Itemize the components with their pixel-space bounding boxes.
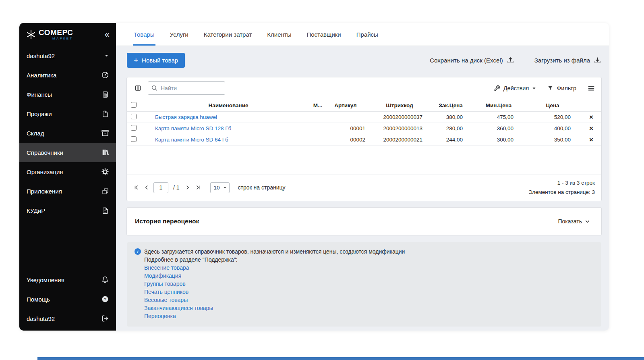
next-page-button[interactable] <box>184 184 191 191</box>
upload-icon <box>507 56 514 64</box>
delete-row-button[interactable]: × <box>589 114 593 121</box>
info-link-running-out-products[interactable]: Заканчивающиеся товары <box>144 304 213 312</box>
sidebar-logo-row: СОМЕРС МАРКЕТ « <box>19 23 116 46</box>
sidebar-collapse-button[interactable]: « <box>105 30 110 39</box>
column-header-modification[interactable]: М... <box>310 99 326 112</box>
columns-settings-button[interactable] <box>132 82 144 94</box>
sidebar-item-label: Организация <box>27 169 63 175</box>
show-history-button[interactable]: Показать <box>558 218 590 225</box>
info-link-add-product[interactable]: Внесение товара <box>144 264 189 272</box>
row-checkbox[interactable] <box>131 125 137 131</box>
cell-barcode: 2000200000013 <box>371 123 428 134</box>
info-link-modification[interactable]: Модификация <box>144 272 181 280</box>
sidebar-item-organization[interactable]: Организация <box>19 162 116 181</box>
actions-dropdown-button[interactable]: Действия <box>494 85 536 92</box>
previous-page-button[interactable] <box>143 184 150 191</box>
cell-purchase-price: 244,00 <box>428 134 473 146</box>
first-page-button[interactable] <box>133 184 140 191</box>
cell-article: 00001 <box>326 123 371 134</box>
gauge-icon <box>101 71 109 79</box>
apps-icon <box>102 188 109 195</box>
rows-per-page-select[interactable]: 10 <box>210 182 230 193</box>
sidebar-item-warehouse[interactable]: Склад <box>19 123 116 143</box>
background-window-edge <box>37 357 644 360</box>
save-excel-button[interactable]: Сохранить на диск (Excel) <box>430 56 514 64</box>
sidebar-item-label: Аналитика <box>27 72 56 79</box>
pagination-controls: / 1 10 строк на ст <box>133 182 286 193</box>
column-header-min-price[interactable]: Мин.Цена <box>473 99 524 112</box>
table-row: Быстрая зарядка huawei 2000200000037 380… <box>127 112 601 123</box>
info-link-weighted-products[interactable]: Весовые товары <box>144 296 188 304</box>
product-name-link[interactable]: Карта памяти Micro SD 64 Гб <box>147 134 310 146</box>
question-icon: ? <box>101 295 109 303</box>
sidebar-item-help[interactable]: Помощь ? <box>19 289 116 309</box>
bell-icon <box>101 276 109 283</box>
sidebar-item-logout[interactable]: dashuta92 <box>19 309 116 328</box>
logo: СОМЕРС МАРКЕТ <box>26 29 73 40</box>
cell-modification <box>310 112 326 123</box>
table-empty-space <box>127 146 601 175</box>
select-all-checkbox[interactable] <box>131 102 137 108</box>
load-from-file-label: Загрузить из файла <box>534 57 590 64</box>
last-page-button[interactable] <box>195 184 201 191</box>
product-name-link[interactable]: Быстрая зарядка huawei <box>147 112 310 123</box>
sidebar-item-label: Склад <box>27 130 44 137</box>
tab-kategorii-zatrat[interactable]: Категории затрат <box>204 23 252 46</box>
books-icon <box>101 149 109 156</box>
content: + Новый товар Сохранить на диск (Excel) … <box>116 46 609 331</box>
info-link-revaluation[interactable]: Переоценка <box>144 312 176 320</box>
cell-barcode: 2000200000021 <box>371 134 428 146</box>
load-from-file-button[interactable]: Загрузить из файла <box>534 56 601 64</box>
row-checkbox[interactable] <box>131 114 137 119</box>
info-body: Подробнее в разделе "Поддержка": Внесени… <box>144 256 593 320</box>
tab-tovary[interactable]: Товары <box>134 23 155 46</box>
info-link-product-groups[interactable]: Группы товаров <box>144 280 186 288</box>
row-checkbox[interactable] <box>131 136 137 142</box>
column-header-barcode[interactable]: Штрихкод <box>371 99 428 112</box>
rows-per-page-value: 10 <box>214 185 220 191</box>
table-row: Карта памяти Micro SD 128 Гб 00001 20002… <box>127 123 601 134</box>
product-name-link[interactable]: Карта памяти Micro SD 128 Гб <box>147 123 310 134</box>
filter-label: Фильтр <box>557 85 576 92</box>
table-toolbar-right: Действия Фильтр <box>494 85 595 92</box>
caret-down-icon <box>223 186 227 189</box>
tab-klienty[interactable]: Клиенты <box>267 23 291 46</box>
filter-button[interactable]: Фильтр <box>547 85 576 92</box>
column-header-article[interactable]: Артикул <box>326 99 371 112</box>
download-icon <box>594 56 601 64</box>
sidebar-item-finances[interactable]: Финансы <box>19 85 116 104</box>
funnel-icon <box>547 85 553 91</box>
sidebar-item-kudir[interactable]: КУДиР <box>19 201 116 220</box>
sidebar-item-applications[interactable]: Приложения <box>19 181 116 201</box>
sidebar-user-menu[interactable]: dashuta92 <box>19 46 116 65</box>
chevron-down-icon <box>104 54 109 58</box>
search-input[interactable] <box>148 81 225 95</box>
table-menu-button[interactable] <box>588 85 595 92</box>
column-header-name[interactable]: Наименование <box>147 99 310 112</box>
cell-price: 400,00 <box>524 123 581 134</box>
sidebar-item-analytics[interactable]: Аналитика <box>19 65 116 85</box>
sidebar-item-label: Помощь <box>27 296 50 303</box>
sidebar-item-notifications[interactable]: Уведомления <box>19 270 116 289</box>
wrench-icon <box>494 85 500 92</box>
sidebar-item-sales[interactable]: Продажи <box>19 104 116 123</box>
tab-postavshchiki[interactable]: Поставщики <box>306 23 341 46</box>
page-total-label: / 1 <box>173 184 180 191</box>
top-actions: Сохранить на диск (Excel) Загрузить из ф… <box>430 56 601 64</box>
page-number-input[interactable] <box>153 182 168 193</box>
sidebar-menu: dashuta92 Аналитика Финансы Продажи <box>19 46 116 220</box>
column-header-purchase-price[interactable]: Зак.Цена <box>428 99 473 112</box>
info-link-price-tags[interactable]: Печать ценников <box>144 288 188 296</box>
rows-range-label: 1 - 3 из 3 строк <box>528 178 595 187</box>
new-product-button[interactable]: + Новый товар <box>127 53 185 68</box>
sidebar-item-directories[interactable]: Справочники <box>19 143 116 162</box>
revaluation-history-card: История переоценок Показать <box>127 208 601 235</box>
delete-row-button[interactable]: × <box>589 136 593 143</box>
delete-row-button[interactable]: × <box>589 125 593 132</box>
tab-uslugi[interactable]: Услуги <box>170 23 188 46</box>
column-header-price[interactable]: Цена <box>524 99 581 112</box>
document-icon <box>102 110 109 117</box>
cell-min-price: 360,00 <box>473 123 524 134</box>
sidebar: СОМЕРС МАРКЕТ « dashuta92 Аналитика Фи <box>19 23 116 331</box>
tab-praisy[interactable]: Прайсы <box>356 23 378 46</box>
